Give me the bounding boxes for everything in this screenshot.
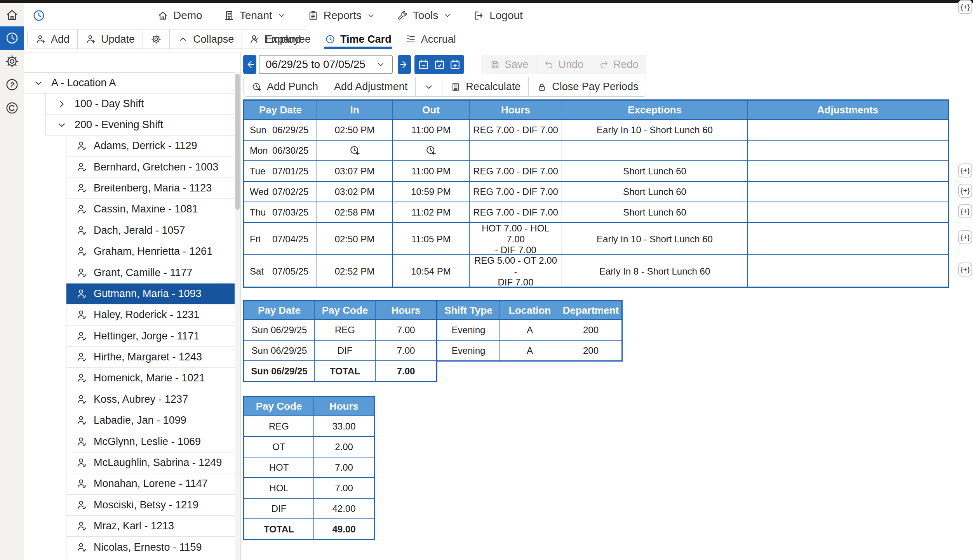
close-pay-periods-button[interactable]: Close Pay Periods bbox=[528, 77, 646, 96]
add-punch-in-icon[interactable] bbox=[349, 144, 361, 157]
out-cell[interactable]: 11:05 PM bbox=[392, 223, 469, 256]
table-row[interactable]: REG 33.00 bbox=[244, 416, 374, 436]
table-row[interactable]: Sat07/05/25 02:52 PM 10:54 PM REG 5.00 -… bbox=[244, 254, 948, 287]
table-row[interactable]: Mon06/30/25 bbox=[244, 140, 948, 160]
employee-item[interactable]: Breitenberg, Maria - 1123 bbox=[66, 178, 240, 199]
employee-item[interactable]: Hettinger, Jorge - 1171 bbox=[66, 326, 240, 347]
menu-item-tenant[interactable]: Tenant bbox=[223, 9, 286, 22]
employee-item[interactable]: Nicolas, Ernesto - 1159 bbox=[66, 537, 240, 558]
recalculate-button[interactable]: Recalculate bbox=[442, 77, 528, 96]
out-cell[interactable]: 11:02 PM bbox=[392, 202, 469, 222]
table-row[interactable]: Tue07/01/25 03:07 PM 11:00 PM REG 7.00 -… bbox=[244, 160, 948, 181]
undo-button[interactable]: Undo bbox=[536, 55, 591, 74]
employee-item[interactable]: McGlynn, Leslie - 1069 bbox=[66, 431, 240, 452]
add-adjustment-dropdown-button[interactable] bbox=[415, 77, 442, 96]
row-adjustment-button[interactable]: {+} bbox=[958, 184, 972, 198]
employee-item[interactable]: Homenick, Marie - 1021 bbox=[66, 368, 240, 389]
redo-button[interactable]: Redo bbox=[591, 55, 646, 74]
table-row[interactable]: Sun 06/29/25 REG 7.00 bbox=[244, 319, 436, 340]
employee-item[interactable]: Koss, Aubrey - 1237 bbox=[66, 389, 240, 410]
add-button[interactable]: Add bbox=[28, 30, 77, 49]
employee-item[interactable]: McLaughlin, Sabrina - 1249 bbox=[66, 452, 240, 473]
table-row[interactable]: Sun06/29/25 02:50 PM 11:00 PM REG 7.00 -… bbox=[244, 119, 948, 140]
update-button[interactable]: Update bbox=[77, 30, 143, 49]
table-row[interactable]: Thu07/03/25 02:58 PM 11:02 PM REG 7.00 -… bbox=[244, 202, 948, 222]
tab-accrual[interactable]: Accrual bbox=[405, 30, 457, 49]
rail-item-settings[interactable] bbox=[0, 50, 24, 73]
tree-node-day-shift[interactable]: 100 - Day Shift bbox=[45, 94, 240, 115]
employee-item[interactable]: Labadie, Jan - 1099 bbox=[66, 410, 240, 431]
row-adjustment-button[interactable]: {+} bbox=[958, 0, 972, 14]
save-button[interactable]: Save bbox=[482, 55, 536, 74]
calendar-minus-icon[interactable] bbox=[417, 58, 430, 71]
tree-node-evening-shift[interactable]: 200 - Evening Shift bbox=[45, 115, 240, 136]
tree-settings-button[interactable] bbox=[143, 30, 169, 49]
rail-item-timecard[interactable] bbox=[0, 26, 24, 50]
chevron-down-icon[interactable] bbox=[56, 119, 68, 131]
employee-item[interactable]: Monahan, Lorene - 1147 bbox=[66, 473, 240, 494]
table-row[interactable]: HOT 7.00 bbox=[244, 457, 374, 477]
table-row[interactable]: Fri07/04/25 02:50 PM 11:05 PM HOT 7.00 -… bbox=[244, 222, 948, 254]
chevron-right-icon[interactable] bbox=[56, 98, 68, 110]
out-cell[interactable]: 10:54 PM bbox=[392, 255, 469, 288]
menu-item-tools[interactable]: Tools bbox=[397, 9, 452, 22]
employee-item[interactable]: Cassin, Maxine - 1081 bbox=[66, 199, 240, 220]
employee-item[interactable]: Grant, Camille - 1177 bbox=[66, 262, 240, 283]
table-row[interactable]: Evening A 200 bbox=[437, 340, 621, 360]
menu-item-demo[interactable]: Demo bbox=[157, 9, 202, 22]
hours-cell: 7.00 bbox=[375, 320, 436, 340]
add-adjustment-button[interactable]: Add Adjustment bbox=[326, 77, 415, 96]
in-cell[interactable]: 02:50 PM bbox=[317, 120, 392, 140]
table-row[interactable]: Sun 06/29/25 DIF 7.00 bbox=[244, 340, 436, 360]
calendar-check-icon[interactable] bbox=[433, 58, 446, 71]
rail-item-home[interactable] bbox=[0, 3, 24, 26]
in-cell[interactable]: 03:07 PM bbox=[317, 161, 392, 181]
in-cell[interactable]: 02:52 PM bbox=[317, 255, 392, 288]
pay-code-cell: HOT bbox=[244, 457, 313, 477]
add-punch-out-icon[interactable] bbox=[425, 144, 437, 157]
employee-item[interactable]: Gutmann, Maria - 1093 bbox=[66, 283, 240, 304]
employee-item[interactable]: Mosciski, Betsy - 1219 bbox=[66, 495, 240, 516]
employee-item[interactable]: Dach, Jerald - 1057 bbox=[66, 220, 240, 241]
next-period-button[interactable] bbox=[398, 55, 411, 74]
menu-item-reports[interactable]: Reports bbox=[307, 9, 376, 22]
add-punch-button[interactable]: Add Punch bbox=[244, 77, 326, 96]
table-row[interactable]: HOL 7.00 bbox=[244, 477, 374, 498]
employee-item[interactable]: Hirthe, Margaret - 1243 bbox=[66, 347, 240, 368]
employee-item[interactable]: Adams, Derrick - 1129 bbox=[66, 136, 240, 157]
rail-item-about[interactable] bbox=[0, 96, 24, 120]
row-adjustment-button[interactable]: {+} bbox=[958, 230, 972, 244]
pay-period-dropdown[interactable]: 06/29/25 to 07/05/25 bbox=[259, 55, 393, 74]
employee-item[interactable]: Mraz, Karl - 1213 bbox=[66, 516, 240, 537]
table-row[interactable]: Evening A 200 bbox=[437, 319, 621, 340]
in-cell[interactable]: 02:50 PM bbox=[317, 223, 392, 256]
in-cell[interactable]: 02:58 PM bbox=[317, 202, 392, 222]
previous-period-button[interactable] bbox=[243, 55, 256, 74]
employee-item[interactable]: Haley, Roderick - 1231 bbox=[66, 304, 240, 325]
tree-node-location-a[interactable]: A - Location A bbox=[24, 73, 240, 94]
collapse-button[interactable]: Collapse bbox=[169, 30, 242, 49]
out-cell[interactable]: 11:00 PM bbox=[392, 120, 469, 140]
out-cell[interactable]: 11:00 PM bbox=[392, 161, 469, 181]
row-adjustment-button[interactable]: {+} bbox=[958, 163, 972, 177]
adjustments-cell bbox=[747, 141, 948, 160]
row-adjustment-button[interactable]: {+} bbox=[958, 263, 972, 277]
tree-scrollbar[interactable] bbox=[235, 72, 240, 560]
tab-time-card[interactable]: Time Card bbox=[324, 30, 392, 49]
row-adjustment-button[interactable]: {+} bbox=[958, 204, 972, 218]
date-cell: 07/04/25 bbox=[272, 234, 308, 245]
punch-toolbar: Add Punch Add Adjustment Recalculate Clo… bbox=[243, 77, 646, 97]
in-cell[interactable]: 03:02 PM bbox=[317, 182, 392, 202]
calendar-plus-icon[interactable] bbox=[449, 58, 461, 71]
scrollbar-thumb[interactable] bbox=[235, 74, 240, 210]
tab-employee[interactable]: Employee bbox=[248, 30, 312, 49]
menu-item-logout[interactable]: Logout bbox=[473, 9, 523, 22]
rail-item-help[interactable]: ? bbox=[0, 73, 24, 96]
out-cell[interactable]: 10:59 PM bbox=[392, 182, 469, 202]
table-row[interactable]: DIF 42.00 bbox=[244, 498, 374, 518]
table-row[interactable]: OT 2.00 bbox=[244, 436, 374, 457]
chevron-down-icon[interactable] bbox=[33, 77, 44, 89]
employee-item[interactable]: Graham, Henrietta - 1261 bbox=[66, 241, 240, 262]
table-row[interactable]: Wed07/02/25 03:02 PM 10:59 PM REG 7.00 -… bbox=[244, 181, 948, 202]
employee-item[interactable]: Bernhard, Gretchen - 1003 bbox=[66, 157, 240, 177]
